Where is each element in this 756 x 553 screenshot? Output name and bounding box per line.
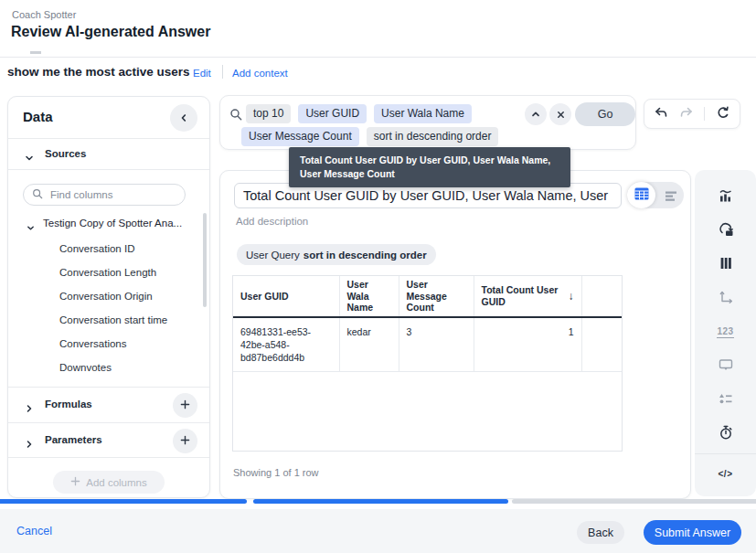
sources-section-toggle[interactable]: Sources <box>8 139 209 170</box>
chevron-down-icon <box>27 219 35 236</box>
tooltip-config-button[interactable] <box>695 349 756 383</box>
reset-icon <box>716 105 730 122</box>
column-item[interactable]: Conversations <box>59 332 167 356</box>
panel-bottom-section: Add columns <box>8 457 209 498</box>
cell-total-count[interactable]: 1 <box>474 317 581 372</box>
search-icon <box>32 186 43 203</box>
user-query-chip[interactable]: User Query sort in descending order <box>237 244 436 265</box>
collapse-panel-button[interactable] <box>170 104 197 132</box>
table-grid-icon <box>634 187 649 204</box>
cell-user-wala-name[interactable]: kedar <box>339 317 399 372</box>
source-name: Testign Copy of Spotter Ana... <box>43 218 182 229</box>
cell-user-guid[interactable]: 69481331-ee53-42be-a548-bd87be6ddd4b <box>233 317 339 372</box>
undo-icon <box>654 105 668 122</box>
panel-scrollbar[interactable] <box>203 213 207 307</box>
search-icon <box>229 108 242 124</box>
cell-empty <box>581 317 622 372</box>
add-context-link[interactable]: Add context <box>232 68 288 79</box>
undo-button[interactable] <box>654 105 668 122</box>
code-button[interactable]: </> <box>695 457 756 491</box>
query-token[interactable]: sort in descending order <box>367 127 499 146</box>
column-header[interactable]: User Message Count <box>399 276 474 317</box>
add-formula-button[interactable] <box>173 393 197 418</box>
column-header-sorted[interactable]: Total Count User GUID ↓ <box>474 276 581 317</box>
code-icon: </> <box>719 469 733 479</box>
table-header-row: User GUID User Wala Name User Message Co… <box>233 276 622 317</box>
data-panel-title: Data <box>23 109 53 124</box>
query-token[interactable]: User Wala Name <box>374 104 472 123</box>
column-item[interactable]: Conversation Length <box>59 261 167 284</box>
column-header[interactable]: User GUID <box>233 276 339 317</box>
chart-config-rail: 123 </> <box>695 170 756 496</box>
column-header[interactable]: User Wala Name <box>339 276 399 317</box>
number-format-button[interactable]: 123 <box>695 315 756 349</box>
chip-phrase: sort in descending order <box>303 250 427 261</box>
progress-segment-complete <box>0 499 247 504</box>
query-token[interactable]: top 10 <box>246 104 291 123</box>
back-button[interactable]: Back <box>577 521 624 544</box>
find-columns-input[interactable] <box>48 188 167 201</box>
query-token[interactable]: User GUID <box>298 104 367 123</box>
cancel-link[interactable]: Cancel <box>16 525 52 537</box>
submit-answer-button[interactable]: Submit Answer <box>644 520 741 545</box>
pivot-loop-icon <box>718 221 734 240</box>
token-row: User Message Count sort in descending or… <box>241 127 498 146</box>
horizontal-bars-icon <box>665 189 677 205</box>
column-item[interactable]: Downvotes <box>59 356 167 379</box>
clear-search-button[interactable] <box>549 103 571 125</box>
add-description-placeholder[interactable]: Add description <box>236 216 308 227</box>
edit-question-link[interactable]: Edit <box>193 68 211 79</box>
parameters-label: Parameters <box>45 434 102 445</box>
parameters-section-toggle[interactable]: Parameters <box>8 422 209 457</box>
column-item[interactable]: Conversation ID <box>59 237 167 261</box>
legend-button[interactable] <box>695 383 756 417</box>
redo-button[interactable] <box>679 105 694 122</box>
chart-view-button[interactable] <box>665 189 677 206</box>
columns-button[interactable] <box>695 248 756 282</box>
page-title: Review AI-generated Answer <box>11 24 210 40</box>
axes-button[interactable] <box>695 282 756 315</box>
chevron-left-icon <box>179 112 188 125</box>
table-view-button[interactable] <box>627 182 655 208</box>
column-item[interactable]: Conversation Origin <box>59 284 167 308</box>
row-count-status: Showing 1 of 1 row <box>233 467 319 478</box>
query-links-divider <box>222 65 223 79</box>
review-ai-answer-page: Coach Spotter Review AI-generated Answer… <box>0 0 756 553</box>
axes-icon <box>718 289 734 308</box>
chevron-right-icon <box>25 400 34 417</box>
tooltip-bubble-icon <box>718 356 734 376</box>
change-visualization-button[interactable] <box>695 180 756 214</box>
stopwatch-icon <box>718 424 734 443</box>
add-columns-button[interactable]: Add columns <box>53 471 165 494</box>
rail-divider <box>695 453 756 454</box>
step-progress-bar <box>0 499 756 504</box>
footer-bar: Cancel Back Submit Answer <box>0 509 756 553</box>
plus-icon <box>180 399 190 412</box>
formulas-section-toggle[interactable]: Formulas <box>8 387 209 422</box>
query-interpretation-tooltip: Total Count User GUID by User GUID, User… <box>289 147 570 187</box>
chevron-up-icon <box>531 108 540 122</box>
timer-button[interactable] <box>695 417 756 451</box>
toolbar-divider <box>704 107 705 121</box>
add-parameter-button[interactable] <box>173 429 197 453</box>
data-panel-header: Data <box>8 97 209 139</box>
column-item[interactable]: Conversation start time <box>59 308 167 332</box>
app-label: Coach Spotter <box>12 9 76 20</box>
source-tree-toggle[interactable]: Testign Copy of Spotter Ana... <box>8 214 209 236</box>
collapse-search-button[interactable] <box>525 103 547 125</box>
answer-card: Add description User Query sort in desce… <box>219 170 691 499</box>
history-toolbar <box>644 99 740 129</box>
result-table-container: User GUID User Wala Name User Message Co… <box>232 275 623 452</box>
scroll-remnant <box>30 51 41 54</box>
header-divider <box>0 57 756 58</box>
query-token[interactable]: User Message Count <box>241 127 359 146</box>
sort-descending-icon[interactable]: ↓ <box>569 290 574 303</box>
cell-user-message-count[interactable]: 3 <box>399 317 474 372</box>
reset-button[interactable] <box>716 105 730 122</box>
formulas-label: Formulas <box>45 399 92 409</box>
plus-icon <box>180 434 190 448</box>
pivot-button[interactable] <box>695 214 756 248</box>
token-row: top 10 User GUID User Wala Name <box>246 104 472 123</box>
add-columns-label: Add columns <box>86 477 146 488</box>
go-button[interactable]: Go <box>575 102 635 126</box>
